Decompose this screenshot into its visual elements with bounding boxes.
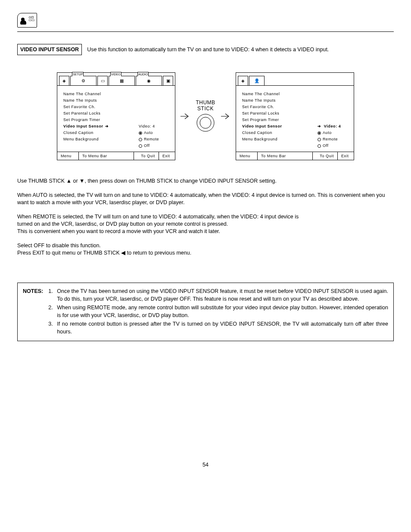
menu-item: Set Parental Locks [242, 110, 279, 117]
tab-audio: AUDIO◉ [136, 76, 162, 85]
menu-item: Name The Inputs [242, 97, 276, 104]
menu-item: Menu Background [242, 136, 277, 143]
arrow-right-icon: ➔ [318, 124, 321, 128]
radio-empty-icon [318, 138, 321, 141]
thumb-stick: THUMB STICK [195, 100, 216, 133]
tab-bar: ◈ SETUP⚙ ▭ VIDEO▦ AUDIO◉ ▣ [57, 73, 175, 86]
page-number: 54 [17, 462, 394, 468]
tab-icon: ◈ [238, 76, 248, 85]
menu-item: Name The Channel [63, 91, 101, 97]
menu-panel-right: ◈ 👤 Name The Channel Name The Inputs Set… [236, 72, 354, 160]
section-title: VIDEO INPUT SENSOR [17, 44, 82, 55]
menu-item: Set Parental Locks [63, 110, 100, 117]
notes-label: NOTES: [23, 287, 43, 336]
menu-item: Set Favorite Ch. [63, 104, 96, 110]
radio-empty-icon [139, 138, 142, 141]
note-item: Once the TV has been turned on using the… [54, 287, 388, 303]
menu-item: Closed Caption [63, 130, 93, 136]
tab-video: VIDEO▦ [109, 76, 135, 85]
svg-point-1 [200, 117, 211, 128]
footer-exit: Exit [159, 152, 175, 160]
tab-icon: ◈ [59, 76, 69, 85]
value-label: Video: 4 [139, 123, 169, 130]
thumb-label-2: STICK [195, 106, 216, 112]
menu-item-selected: Video Input Sensor [242, 123, 282, 130]
menu-item: Name The Channel [242, 91, 280, 97]
menu-item-selected: Video Input Sensor [63, 124, 103, 128]
footer-toquit: To Quit [134, 152, 159, 160]
footer-tomenu: To Menu Bar [258, 152, 312, 160]
section-intro: Use this function to automatically turn … [87, 47, 329, 53]
tab-icon-3: ▣ [163, 76, 173, 85]
menu-item: Set Program Timer [63, 117, 100, 123]
body-p2: When AUTO is selected, the TV will turn … [17, 192, 394, 206]
person-av-icon: ⊙⊡▭▭ [17, 13, 37, 28]
radio-filled-icon [139, 131, 142, 135]
page-header: ⊙⊡▭▭ [17, 13, 394, 32]
diagram-row: ◈ SETUP⚙ ▭ VIDEO▦ AUDIO◉ ▣ Name The Chan… [17, 72, 394, 160]
menu-footer: Menu To Menu Bar To Quit Exit [57, 152, 175, 160]
arrow-right-icon [219, 112, 232, 121]
footer-menu: Menu [57, 152, 79, 160]
arrow-right-icon: ➔ [105, 124, 109, 128]
value-label: Video: 4 [324, 124, 341, 128]
menu-footer: Menu To Menu Bar To Quit Exit [236, 152, 354, 160]
footer-exit: Exit [337, 152, 354, 160]
menu-item: Set Program Timer [242, 117, 279, 123]
body-p3: When REMOTE is selected, the TV will tur… [17, 213, 394, 235]
menu-item: Set Favorite Ch. [242, 104, 274, 110]
body-p4: Select OFF to disable this function. Pre… [17, 242, 394, 257]
menu-body: Name The Channel Name The Inputs Set Fav… [236, 86, 354, 152]
notes-box: NOTES: Once the TV has been turned on us… [17, 283, 394, 341]
tab-setup: SETUP⚙ [70, 76, 97, 85]
thumb-label-1: THUMB [195, 100, 216, 106]
thumb-stick-icon [195, 112, 216, 133]
svg-point-0 [197, 114, 214, 131]
body-p1: Use THUMB STICK ▲ or ▼, then press down … [17, 177, 394, 185]
note-item: If no remote control button is pressed a… [54, 320, 388, 336]
footer-toquit: To Quit [312, 152, 337, 160]
note-item: When using REMOTE mode, any remote contr… [54, 304, 388, 319]
radio-empty-icon [139, 144, 142, 148]
menu-item: Menu Background [63, 136, 99, 143]
section-header: VIDEO INPUT SENSOR Use this function to … [17, 44, 394, 55]
menu-panel-left: ◈ SETUP⚙ ▭ VIDEO▦ AUDIO◉ ▣ Name The Chan… [57, 72, 175, 160]
tab-icon-2: ▭ [97, 76, 108, 85]
tab-person: 👤 [249, 76, 265, 85]
footer-menu: Menu [236, 152, 258, 160]
radio-filled-icon [318, 131, 321, 135]
tab-bar: ◈ 👤 [236, 73, 354, 86]
radio-empty-icon [318, 144, 321, 148]
footer-tomenu: To Menu Bar [79, 152, 134, 160]
menu-body: Name The Channel Name The Inputs Set Fav… [57, 86, 175, 152]
menu-item: Name The Inputs [63, 97, 97, 104]
arrow-right-icon [179, 112, 192, 121]
menu-item: Closed Caption [242, 130, 272, 136]
notes-list: Once the TV has been turned on using the… [46, 287, 388, 336]
